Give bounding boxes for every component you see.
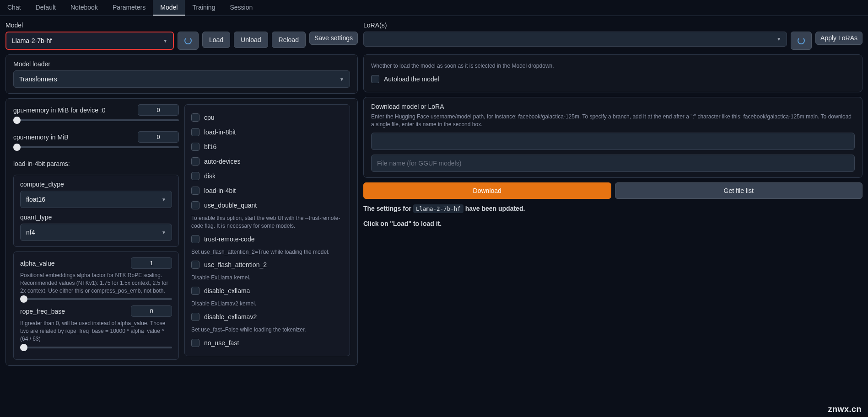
checkbox-panel: cpu load-in-8bit bf16 auto-devices disk … [184, 104, 350, 356]
autoload-help: Whether to load the model as soon as it … [371, 60, 855, 72]
unload-button[interactable]: Unload [234, 32, 268, 48]
disable-exllama-help: Disable ExLlama kernel. [191, 272, 343, 283]
disable-exllamav2-checkbox[interactable] [191, 313, 199, 321]
reload-button[interactable]: Reload [272, 32, 306, 48]
status-message: The settings for Llama-2-7b-hf have been… [363, 203, 863, 214]
auto-devices-label: auto-devices [204, 158, 240, 165]
slider-thumb[interactable] [20, 295, 27, 303]
disk-label: disk [204, 172, 216, 180]
apply-loras-button[interactable]: Apply LoRAs [815, 32, 863, 45]
no-use-fast-label: no_use_fast [204, 339, 239, 347]
no-use-fast-help: Set use_fast=False while loading the tok… [191, 324, 343, 336]
model-loader-dropdown[interactable]: Transformers ▼ [13, 70, 350, 88]
cpu-memory-slider: cpu-memory in MiB 0 [13, 131, 179, 154]
refresh-icon [184, 37, 192, 44]
quant-type-label: quant_type [20, 214, 172, 221]
disable-exllama-label: disable_exllama [204, 287, 250, 294]
lora-label: LoRA(s) [363, 21, 863, 29]
tab-session[interactable]: Session [222, 0, 260, 16]
download-help: Enter the Hugging Face username/model pa… [371, 113, 855, 128]
chevron-down-icon: ▼ [163, 38, 167, 43]
get-file-list-button[interactable]: Get file list [615, 182, 863, 199]
disable-exllamav2-help: Disable ExLlamav2 kernel. [191, 298, 343, 310]
load-in-4bit-params-label: load-in-4bit params: [13, 160, 179, 167]
tab-default[interactable]: Default [28, 0, 63, 16]
tab-model[interactable]: Model [153, 0, 185, 16]
refresh-model-button[interactable] [178, 32, 199, 50]
alpha-value-help: Positional embeddings alpha factor for N… [20, 272, 172, 294]
autoload-model-label: Autoload the model [384, 75, 439, 83]
compute-dtype-value: float16 [26, 196, 45, 203]
gpu-memory-track[interactable] [13, 119, 179, 121]
status-hint: Click on "Load" to load it. [363, 219, 863, 229]
lora-dropdown[interactable]: ▼ [363, 32, 787, 47]
alpha-value-group: alpha_value 1 Positional embeddings alph… [13, 251, 179, 360]
alpha-value-track[interactable] [20, 298, 172, 300]
load-in-4bit-label: load-in-4bit [204, 187, 236, 194]
auto-devices-checkbox[interactable] [191, 157, 199, 166]
chevron-down-icon: ▼ [776, 37, 781, 42]
refresh-lora-button[interactable] [791, 32, 812, 50]
use-double-quant-checkbox[interactable] [191, 201, 199, 209]
autoload-model-checkbox[interactable] [371, 75, 379, 83]
save-settings-button[interactable]: Save settings [309, 32, 358, 45]
alpha-value-input[interactable]: 1 [131, 257, 172, 269]
use-double-quant-label: use_double_quant [204, 202, 257, 209]
cpu-memory-value[interactable]: 0 [138, 131, 179, 143]
cpu-memory-track[interactable] [13, 146, 179, 148]
rope-freq-base-label: rope_freq_base [20, 308, 65, 315]
rope-freq-base-help: If greater than 0, will be used instead … [20, 320, 172, 342]
bf16-label: bf16 [204, 143, 216, 150]
download-filename-input[interactable] [371, 155, 855, 172]
quant-type-dropdown[interactable]: nf4 ▼ [20, 224, 172, 241]
model-label: Model [5, 21, 358, 29]
chevron-down-icon: ▼ [162, 197, 166, 202]
watermark: znwx.cn [828, 405, 862, 414]
disk-checkbox[interactable] [191, 172, 199, 180]
load-in-8bit-label: load-in-8bit [204, 128, 236, 136]
no-use-fast-checkbox[interactable] [191, 339, 199, 347]
compute-dtype-label: compute_dtype [20, 181, 172, 188]
gpu-memory-label: gpu-memory in MiB for device :0 [13, 107, 106, 114]
flash-attention-help: Set use_flash_attention_2=True while loa… [191, 246, 343, 258]
rope-freq-base-track[interactable] [20, 347, 172, 348]
quant-type-value: nf4 [26, 229, 35, 236]
model-dropdown[interactable]: Llama-2-7b-hf ▼ [5, 32, 174, 50]
cpu-label: cpu [204, 114, 215, 121]
disable-exllama-checkbox[interactable] [191, 287, 199, 295]
download-model-path-input[interactable] [371, 133, 855, 150]
download-panel: Download model or LoRA Enter the Hugging… [363, 97, 863, 178]
gpu-memory-value[interactable]: 0 [138, 104, 179, 116]
tab-notebook[interactable]: Notebook [63, 0, 105, 16]
compute-dtype-group: compute_dtype float16 ▼ quant_type nf4 ▼ [13, 175, 179, 247]
load-button[interactable]: Load [202, 32, 230, 48]
compute-dtype-dropdown[interactable]: float16 ▼ [20, 191, 172, 208]
tab-parameters[interactable]: Parameters [105, 0, 153, 16]
trust-remote-code-checkbox[interactable] [191, 235, 199, 243]
slider-thumb[interactable] [20, 344, 27, 351]
bf16-checkbox[interactable] [191, 143, 199, 151]
model-loader-label: Model loader [13, 60, 350, 68]
cpu-checkbox[interactable] [191, 113, 199, 122]
tab-training[interactable]: Training [185, 0, 222, 16]
slider-thumb[interactable] [13, 117, 21, 124]
autoload-panel: Whether to load the model as soon as it … [363, 54, 863, 92]
use-flash-attention-2-checkbox[interactable] [191, 261, 199, 269]
rope-freq-base-input[interactable]: 0 [131, 305, 172, 317]
chevron-down-icon: ▼ [162, 230, 166, 235]
chevron-down-icon: ▼ [340, 77, 344, 82]
load-in-8bit-checkbox[interactable] [191, 128, 199, 136]
model-loader-panel: Model loader Transformers ▼ [5, 54, 358, 94]
slider-thumb[interactable] [13, 144, 21, 151]
use-flash-attention-2-label: use_flash_attention_2 [204, 261, 267, 268]
gpu-memory-slider: gpu-memory in MiB for device :0 0 [13, 104, 179, 127]
load-in-4bit-checkbox[interactable] [191, 187, 199, 195]
model-loader-value: Transformers [19, 75, 57, 83]
download-button[interactable]: Download [363, 182, 611, 199]
tab-chat[interactable]: Chat [0, 0, 28, 16]
disable-exllamav2-label: disable_exllamav2 [204, 313, 257, 321]
download-title: Download model or LoRA [371, 103, 855, 110]
alpha-value-label: alpha_value [20, 260, 55, 267]
trust-remote-code-label: trust-remote-code [204, 235, 254, 243]
trust-remote-code-help: To enable this option, start the web UI … [191, 213, 343, 232]
